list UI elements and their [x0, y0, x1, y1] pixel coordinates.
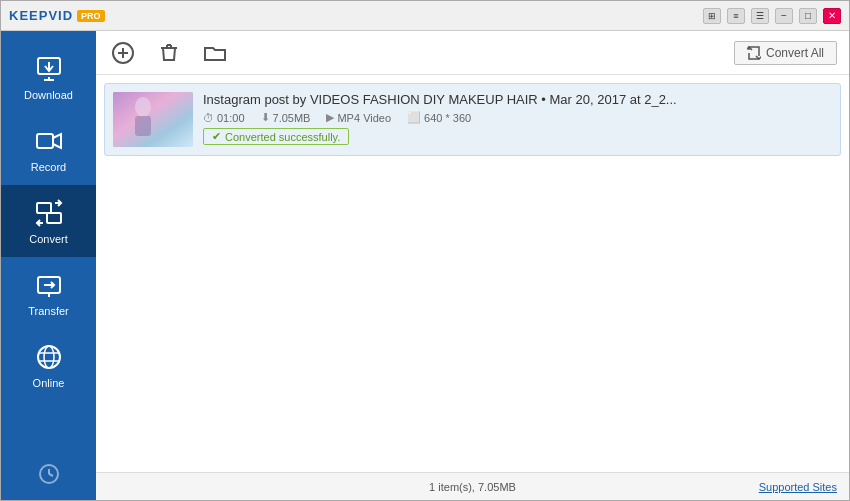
convert-icon: [33, 197, 65, 229]
file-size: ⬇ 7.05MB: [261, 111, 311, 124]
title-bar-controls: ⊞ ≡ ☰ − □ ✕: [703, 8, 841, 24]
sidebar-download-label: Download: [24, 89, 73, 101]
resolution-icon: ⬜: [407, 111, 421, 124]
grid-view-btn[interactable]: ⊞: [703, 8, 721, 24]
svg-rect-5: [37, 203, 51, 213]
file-thumbnail: [113, 92, 193, 147]
status-check-icon: ✔: [212, 130, 221, 143]
format-icon: ▶: [326, 111, 334, 124]
list-view-btn[interactable]: ≡: [727, 8, 745, 24]
online-icon: [33, 341, 65, 373]
svg-rect-26: [113, 92, 193, 147]
toolbar: Convert All: [96, 31, 849, 75]
title-bar: KEEPVID PRO ⊞ ≡ ☰ − □ ✕: [1, 1, 849, 31]
pro-badge: PRO: [77, 10, 105, 22]
file-list: Instagram post by VIDEOS FASHION DIY MAK…: [96, 75, 849, 472]
sidebar-online-label: Online: [33, 377, 65, 389]
duration-value: 01:00: [217, 112, 245, 124]
transfer-icon: [33, 269, 65, 301]
close-btn[interactable]: ✕: [823, 8, 841, 24]
sidebar-item-record[interactable]: Record: [1, 113, 96, 185]
sidebar: Download Record: [1, 31, 96, 500]
svg-line-18: [49, 474, 53, 476]
maximize-btn[interactable]: □: [799, 8, 817, 24]
file-title: Instagram post by VIDEOS FASHION DIY MAK…: [203, 92, 832, 107]
sidebar-item-convert[interactable]: Convert: [1, 185, 96, 257]
file-meta: ⏱ 01:00 ⬇ 7.05MB ▶ MP4 Video: [203, 111, 832, 124]
status-badge: ✔ Converted successfully.: [203, 128, 349, 145]
sidebar-item-online[interactable]: Online: [1, 329, 96, 401]
toolbar-left: [108, 38, 230, 68]
delete-button[interactable]: [154, 38, 184, 68]
svg-rect-28: [135, 116, 151, 136]
download-icon: [33, 53, 65, 85]
format-value: MP4 Video: [337, 112, 391, 124]
file-duration: ⏱ 01:00: [203, 111, 245, 124]
sidebar-transfer-label: Transfer: [28, 305, 69, 317]
supported-sites-link[interactable]: Supported Sites: [759, 481, 837, 493]
status-bar: 1 item(s), 7.05MB Supported Sites: [96, 472, 849, 500]
sidebar-record-label: Record: [31, 161, 66, 173]
svg-rect-4: [37, 134, 53, 148]
add-button[interactable]: [108, 38, 138, 68]
content-area: Convert All: [96, 31, 849, 500]
file-resolution: ⬜ 640 * 360: [407, 111, 471, 124]
file-info: Instagram post by VIDEOS FASHION DIY MAK…: [203, 92, 832, 145]
size-icon: ⬇: [261, 111, 270, 124]
convert-all-label: Convert All: [766, 46, 824, 60]
sidebar-item-transfer[interactable]: Transfer: [1, 257, 96, 329]
title-bar-left: KEEPVID PRO: [9, 8, 105, 23]
convert-all-button[interactable]: Convert All: [734, 41, 837, 65]
sidebar-clock-icon[interactable]: [38, 463, 60, 500]
svg-point-13: [44, 346, 54, 368]
file-format: ▶ MP4 Video: [326, 111, 391, 124]
status-summary: 1 item(s), 7.05MB: [429, 481, 516, 493]
size-value: 7.05MB: [273, 112, 311, 124]
clock-icon: ⏱: [203, 112, 214, 124]
status-text: Converted successfully.: [225, 131, 340, 143]
record-icon: [33, 125, 65, 157]
minimize-btn[interactable]: −: [775, 8, 793, 24]
menu-btn[interactable]: ☰: [751, 8, 769, 24]
resolution-value: 640 * 360: [424, 112, 471, 124]
svg-rect-6: [47, 213, 61, 223]
table-row: Instagram post by VIDEOS FASHION DIY MAK…: [104, 83, 841, 156]
sidebar-item-download[interactable]: Download: [1, 41, 96, 113]
app-logo: KEEPVID: [9, 8, 73, 23]
sidebar-convert-label: Convert: [29, 233, 68, 245]
svg-point-27: [135, 97, 151, 117]
folder-button[interactable]: [200, 38, 230, 68]
svg-point-12: [38, 346, 60, 368]
